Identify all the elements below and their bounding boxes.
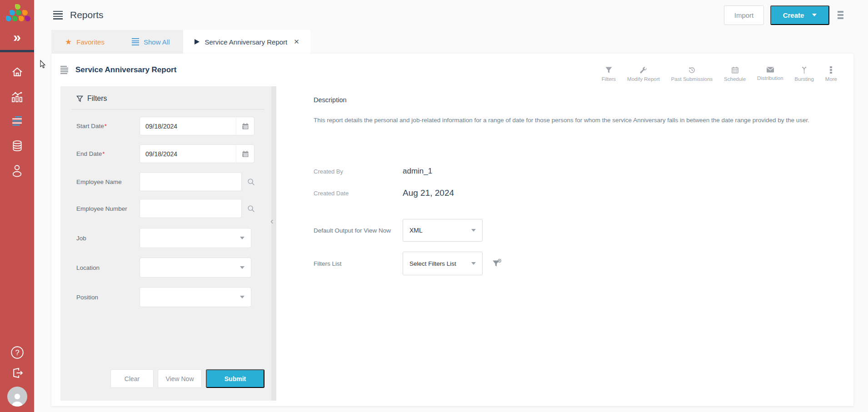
sidebar-expand-button[interactable]: » (0, 29, 34, 45)
add-filter-icon[interactable] (492, 258, 502, 268)
logout-button[interactable] (11, 367, 24, 379)
database-icon (11, 140, 23, 152)
employee-name-input[interactable] (140, 172, 242, 191)
filters-scrollbar[interactable] (271, 86, 276, 401)
chevron-down-icon (471, 229, 476, 232)
create-button[interactable]: Create (770, 5, 829, 25)
toolbar-past-submissions[interactable]: Past Submissions (671, 66, 713, 82)
clear-button[interactable]: Clear (110, 369, 154, 388)
chevron-down-icon (240, 296, 244, 298)
position-select[interactable] (140, 287, 251, 307)
tab-favorites[interactable]: ★ Favorites (51, 30, 118, 54)
filter-row-employee-name: Employee Name (76, 172, 276, 191)
end-date-field (140, 144, 254, 163)
toolbar-more[interactable]: More (825, 66, 837, 82)
filter-funnel-icon (76, 95, 83, 102)
filters-panel-header: Filters (76, 94, 276, 109)
created-by-row: Created By admin_1 (314, 167, 813, 176)
created-by-label: Created By (314, 168, 403, 175)
bursting-icon (800, 66, 808, 74)
app-logo[interactable] (5, 4, 32, 25)
logout-icon (11, 367, 24, 379)
sidebar-item-home[interactable] (0, 60, 34, 84)
reports-list-icon (11, 116, 23, 127)
report-card: Service Anniversary Report Filters Modif… (51, 54, 853, 406)
submit-button[interactable]: Submit (206, 369, 264, 388)
location-select[interactable] (140, 258, 251, 278)
description-text: This report details the personal and job… (314, 115, 813, 125)
sidebar-nav (0, 60, 34, 183)
view-now-button[interactable]: View Now (158, 369, 202, 388)
required-asterisk: * (105, 123, 107, 129)
chevron-down-icon (471, 262, 476, 265)
search-icon[interactable] (247, 178, 255, 186)
toolbar-distribution[interactable]: Distribution (757, 66, 783, 81)
sidebar-item-analytics[interactable] (0, 84, 34, 109)
tab-show-all[interactable]: Show All (118, 30, 184, 54)
history-clock-icon (688, 66, 696, 74)
created-by-value: admin_1 (403, 167, 432, 176)
sidebar-divider (0, 50, 34, 52)
sidebar-item-people[interactable] (0, 158, 34, 183)
filter-row-start-date: Start Date* (76, 117, 276, 135)
created-date-row: Created Date Aug 21, 2024 (314, 188, 813, 198)
toolbar-schedule[interactable]: Schedule (724, 66, 746, 82)
close-tab-icon[interactable]: ✕ (294, 38, 299, 46)
collapse-panel-chevron[interactable]: ‹ (270, 215, 278, 226)
chevron-down-icon (240, 266, 244, 269)
topbar: Reports Import Create (34, 0, 868, 30)
sidebar-item-database[interactable] (0, 134, 34, 158)
filter-row-employee-number: Employee Number (76, 199, 276, 218)
page-title: Reports (70, 10, 104, 20)
import-button[interactable]: Import (724, 5, 764, 25)
report-header: Service Anniversary Report Filters Modif… (51, 54, 853, 86)
divider (72, 109, 264, 109)
filter-funnel-icon (605, 66, 613, 74)
report-lines-icon (60, 66, 68, 74)
created-date-value: Aug 21, 2024 (403, 188, 454, 198)
filters-list-select[interactable]: Select Filters List (403, 252, 483, 275)
required-asterisk: * (102, 150, 105, 157)
calendar-icon (731, 66, 739, 74)
filters-panel: Filters Start Date* End Date* (60, 86, 276, 401)
filter-actions: Clear View Now Submit (76, 369, 276, 388)
default-output-select[interactable]: XML (403, 219, 483, 242)
bar-chart-icon (11, 91, 23, 103)
list-icon (132, 38, 139, 45)
main-area: Reports Import Create ★ Favorites Show A… (34, 0, 868, 412)
tab-active-report[interactable]: Service Anniversary Report ✕ (183, 30, 310, 54)
default-output-row: Default Output for View Now XML (314, 219, 813, 242)
toolbar-bursting[interactable]: Bursting (795, 66, 814, 82)
filter-row-job: Job (76, 228, 276, 248)
job-select[interactable] (140, 228, 251, 248)
end-date-input[interactable] (140, 150, 236, 158)
toolbar-modify-report[interactable]: Modify Report (627, 66, 660, 82)
home-icon (11, 66, 23, 78)
end-date-calendar-button[interactable] (236, 145, 254, 163)
employee-number-input[interactable] (140, 199, 242, 218)
more-vertical-icon (830, 66, 833, 74)
more-menu-icon[interactable] (836, 9, 845, 21)
sidebar-item-reports-active[interactable] (0, 109, 34, 134)
double-chevron-icon: » (13, 30, 21, 44)
toolbar-filters[interactable]: Filters (602, 66, 616, 82)
chevron-down-icon (812, 14, 817, 16)
topbar-actions: Import Create (724, 5, 845, 25)
start-date-input[interactable] (140, 123, 236, 130)
help-button[interactable]: ? (10, 346, 24, 359)
filter-row-position: Position (76, 287, 276, 307)
filter-row-end-date: End Date* (76, 144, 276, 163)
user-avatar[interactable] (7, 387, 27, 407)
play-icon (194, 39, 200, 45)
wrench-icon (639, 66, 647, 74)
filters-list-row: Filters List Select Filters List (314, 252, 813, 275)
search-icon[interactable] (247, 205, 255, 213)
report-body: Filters Start Date* End Date* (51, 86, 853, 406)
start-date-calendar-button[interactable] (236, 117, 254, 135)
calendar-icon (242, 150, 249, 158)
tab-strip: ★ Favorites Show All Service Anniversary… (51, 30, 868, 54)
hamburger-menu-icon[interactable] (53, 11, 63, 20)
report-toolbar: Filters Modify Report Past Submissions S… (602, 58, 837, 82)
sidebar: » ? (0, 0, 34, 412)
avatar-silhouette-icon (10, 391, 25, 407)
